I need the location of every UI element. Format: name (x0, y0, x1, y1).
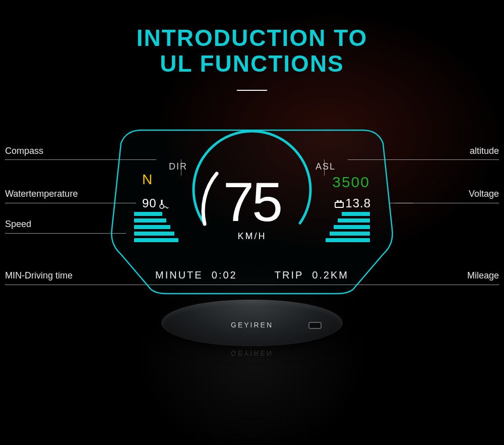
rule-bottom (5, 285, 499, 285)
thermometer-icon (159, 198, 171, 212)
hud-speed-unit: KM/H (238, 231, 267, 242)
label-altitude: altitude (470, 146, 499, 156)
title-line2: UL FUNCTIONS (0, 51, 504, 77)
label-compass: Compass (5, 146, 43, 156)
title-line1: INTRODUCTION TO (137, 25, 367, 51)
svg-rect-1 (161, 200, 162, 205)
hud-voltage-number: 13.8 (345, 196, 371, 210)
rule-compass (5, 159, 156, 160)
battery-icon (335, 202, 344, 208)
hud-watertemp-value: 90 (142, 196, 171, 212)
hud-watertemp-number: 90 (142, 196, 157, 210)
hud-panel: DIR N ASL 3500 90 13.8 75 KM/H MINUTE 0:… (111, 128, 393, 295)
hud-bottom-row: MINUTE 0:02 TRIP 0.2KM (155, 269, 349, 281)
hud-trip-value: 0.2KM (312, 269, 349, 281)
leader-dir (181, 159, 181, 176)
label-mileage: Mileage (467, 270, 499, 281)
rule-altitude (348, 159, 499, 160)
hud-right-bars (326, 212, 370, 242)
hud-trip: TRIP 0.2KM (275, 269, 349, 281)
hud-minute-value: 0:02 (212, 269, 237, 281)
leader-volt (395, 203, 413, 203)
hud-dir-value: N (142, 172, 153, 188)
label-voltage: Voltage (469, 189, 499, 199)
hud-speed-value: 75 (223, 170, 281, 234)
hud-left-bars (134, 212, 178, 242)
brand-reflection: GEYIREN (231, 349, 273, 357)
speed-arc (111, 128, 393, 295)
hud-glass-outline (111, 128, 393, 295)
hud-trip-label: TRIP (275, 269, 303, 281)
hud-asl-value: 3500 (332, 174, 370, 191)
leader-asl (324, 159, 325, 176)
page-title: INTRODUCTION TO UL FUNCTIONS (0, 25, 504, 76)
brand-label: GEYIREN (231, 321, 273, 329)
hud-asl-label: ASL (316, 161, 336, 172)
label-speed: Speed (5, 219, 31, 230)
svg-point-0 (160, 204, 164, 208)
label-driving-time: MIN-Driving time (5, 270, 73, 281)
title-underline (237, 90, 267, 91)
rule-speed (5, 233, 126, 234)
hud-minute-label: MINUTE (155, 269, 203, 281)
hud-dir-label: DIR (169, 161, 187, 172)
hud-voltage-value: 13.8 (335, 196, 371, 210)
label-watertemp: Watertemperature (5, 189, 78, 199)
rule-watertemp (5, 203, 136, 203)
hud-minute: MINUTE 0:02 (155, 269, 237, 281)
usb-port-icon (308, 322, 322, 329)
